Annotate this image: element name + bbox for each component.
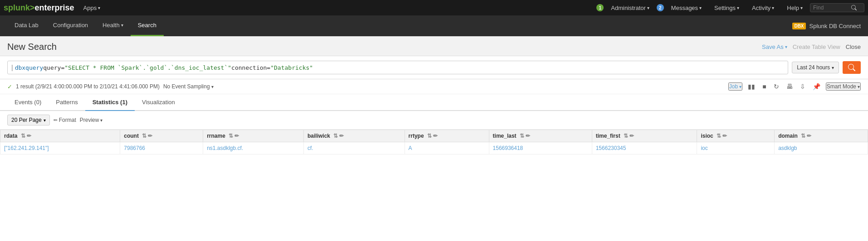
admin-badge: 1 xyxy=(596,4,604,11)
cell-rrtype[interactable]: A xyxy=(405,142,489,154)
search-icon xyxy=(851,5,857,10)
create-table-view-button[interactable]: Create Table View xyxy=(793,43,840,50)
logo: splunk>enterprise xyxy=(4,3,74,13)
col-bailiwick: bailiwick ⇅✏ xyxy=(304,130,405,142)
save-as-button[interactable]: Save As ▾ xyxy=(762,43,787,50)
nav-search[interactable]: Search xyxy=(131,15,164,36)
apps-chevron-icon: ▾ xyxy=(98,5,100,10)
edit-col-icon[interactable]: ✏ xyxy=(526,133,530,139)
col-isioc: isioc ⇅✏ xyxy=(697,130,775,142)
result-info-bar: ✓ 1 result (2/9/21 4:00:00.000 PM to 2/1… xyxy=(0,79,868,94)
close-button[interactable]: Close xyxy=(846,43,861,50)
nav-administrator[interactable]: Administrator ▾ xyxy=(605,0,655,15)
nav-settings[interactable]: Settings ▾ xyxy=(709,0,745,15)
result-check-icon: ✓ xyxy=(7,83,12,90)
nav-help[interactable]: Help ▾ xyxy=(781,0,808,15)
edit-col-icon[interactable]: ✏ xyxy=(339,133,344,139)
smart-mode-chevron-icon: ▾ xyxy=(858,84,860,89)
nav-data-lab[interactable]: Data Lab xyxy=(7,15,46,36)
preview-button[interactable]: Preview ▾ xyxy=(80,117,103,123)
edit-col-icon[interactable]: ✏ xyxy=(234,133,239,139)
sort-icon[interactable]: ⇅ xyxy=(624,133,628,139)
header-actions: Save As ▾ Create Table View Close xyxy=(762,43,861,50)
col-rrtype: rrtype ⇅✏ xyxy=(405,130,489,142)
cell-bailiwick[interactable]: cf. xyxy=(304,142,405,154)
stop-button[interactable]: ■ xyxy=(761,82,768,91)
tab-visualization[interactable]: Visualization xyxy=(135,94,182,111)
nav-health[interactable]: Health ▾ xyxy=(95,15,131,36)
query-value: "SELECT * FROM `Spark`.`gold`.`dns_ioc_l… xyxy=(64,64,231,71)
cell-count[interactable]: 7986766 xyxy=(120,142,203,154)
table-header: rdata ⇅✏ count ⇅✏ rrname ⇅✏ bailiwick ⇅✏… xyxy=(0,130,868,142)
query-command: dbxquery xyxy=(15,64,44,71)
pin-button[interactable]: 📌 xyxy=(811,82,822,91)
sampling-button[interactable]: No Event Sampling ▾ xyxy=(163,83,214,90)
page-header: New Search Save As ▾ Create Table View C… xyxy=(0,36,868,56)
nav-activity[interactable]: Activity ▾ xyxy=(746,0,780,15)
col-time-first: time_first ⇅✏ xyxy=(592,130,697,142)
edit-col-icon[interactable]: ✏ xyxy=(629,133,634,139)
sort-icon[interactable]: ⇅ xyxy=(520,133,524,139)
col-count: count ⇅✏ xyxy=(120,130,203,142)
logo-green: splunk> xyxy=(4,3,35,12)
nav-apps[interactable]: Apps ▾ xyxy=(78,0,106,15)
col-rdata: rdata ⇅✏ xyxy=(0,130,120,142)
top-search-input[interactable] xyxy=(813,5,849,11)
header-row: rdata ⇅✏ count ⇅✏ rrname ⇅✏ bailiwick ⇅✏… xyxy=(0,130,868,142)
nav-configuration[interactable]: Configuration xyxy=(46,15,95,36)
page-title: New Search xyxy=(7,42,57,52)
table-row: ["162.241.29.141"]7986766ns1.asdklgb.cf.… xyxy=(0,142,868,154)
refresh-button[interactable]: ↻ xyxy=(772,82,781,91)
sort-icon[interactable]: ⇅ xyxy=(801,133,805,139)
edit-col-icon[interactable]: ✏ xyxy=(433,133,438,139)
cell-rdata[interactable]: ["162.241.29.141"] xyxy=(0,142,120,154)
search-submit-icon xyxy=(848,64,855,71)
pipe-symbol: | xyxy=(11,64,13,71)
col-domain: domain ⇅✏ xyxy=(775,130,868,142)
tab-events[interactable]: Events (0) xyxy=(7,94,49,111)
edit-col-icon[interactable]: ✏ xyxy=(807,133,811,139)
search-button[interactable] xyxy=(843,61,861,74)
cell-rrname[interactable]: ns1.asdklgb.cf. xyxy=(203,142,304,154)
tabs-bar: Events (0) Patterns Statistics (1) Visua… xyxy=(0,94,868,111)
cell-domain[interactable]: asdklgb xyxy=(775,142,868,154)
time-range-picker[interactable]: Last 24 hours ▾ xyxy=(792,62,839,73)
dbx-badge: DBX xyxy=(792,23,805,29)
per-page-button[interactable]: 20 Per Page ▾ xyxy=(7,115,50,125)
edit-col-icon[interactable]: ✏ xyxy=(27,133,31,139)
top-search-box[interactable] xyxy=(810,3,864,12)
save-as-chevron-icon: ▾ xyxy=(785,44,787,49)
sort-icon[interactable]: ⇅ xyxy=(21,133,25,139)
sort-icon[interactable]: ⇅ xyxy=(229,133,233,139)
sort-icon[interactable]: ⇅ xyxy=(333,133,338,139)
print-button[interactable]: 🖶 xyxy=(785,82,795,91)
cell-isioc[interactable]: ioc xyxy=(697,142,775,154)
data-table: rdata ⇅✏ count ⇅✏ rrname ⇅✏ bailiwick ⇅✏… xyxy=(0,130,868,154)
messages-chevron-icon: ▾ xyxy=(699,5,702,10)
edit-col-icon[interactable]: ✏ xyxy=(148,133,152,139)
job-button[interactable]: Job ▾ xyxy=(728,82,742,91)
cell-time_first[interactable]: 1566230345 xyxy=(592,142,697,154)
sort-icon[interactable]: ⇅ xyxy=(427,133,432,139)
sort-icon[interactable]: ⇅ xyxy=(717,133,721,139)
cell-time_last[interactable]: 1566936418 xyxy=(489,142,592,154)
pause-button[interactable]: ▮▮ xyxy=(746,82,757,91)
format-pencil-icon: ✏ xyxy=(54,117,58,123)
query-keyword-conn: connection= xyxy=(231,64,270,71)
export-button[interactable]: ⇩ xyxy=(798,82,807,91)
nav-messages[interactable]: Messages ▾ xyxy=(666,0,707,15)
sort-icon[interactable]: ⇅ xyxy=(142,133,146,139)
query-keyword-query: query= xyxy=(43,64,64,71)
tab-patterns[interactable]: Patterns xyxy=(49,94,85,111)
tab-statistics[interactable]: Statistics (1) xyxy=(85,94,135,111)
edit-col-icon[interactable]: ✏ xyxy=(722,133,727,139)
smart-mode-button[interactable]: Smart Mode ▾ xyxy=(826,82,861,91)
sampling-chevron-icon: ▾ xyxy=(211,84,214,89)
sec-nav-right: DBX Splunk DB Connect xyxy=(792,23,861,29)
logo-white: enterprise xyxy=(35,3,74,12)
top-nav: splunk>enterprise Apps ▾ 1 Administrator… xyxy=(0,0,868,15)
format-button[interactable]: ✏ Format xyxy=(54,117,76,123)
table-body: ["162.241.29.141"]7986766ns1.asdklgb.cf.… xyxy=(0,142,868,154)
secondary-nav: Data Lab Configuration Health ▾ Search D… xyxy=(0,15,868,36)
search-input-wrapper[interactable]: | dbxquery query= "SELECT * FROM `Spark`… xyxy=(7,61,788,74)
